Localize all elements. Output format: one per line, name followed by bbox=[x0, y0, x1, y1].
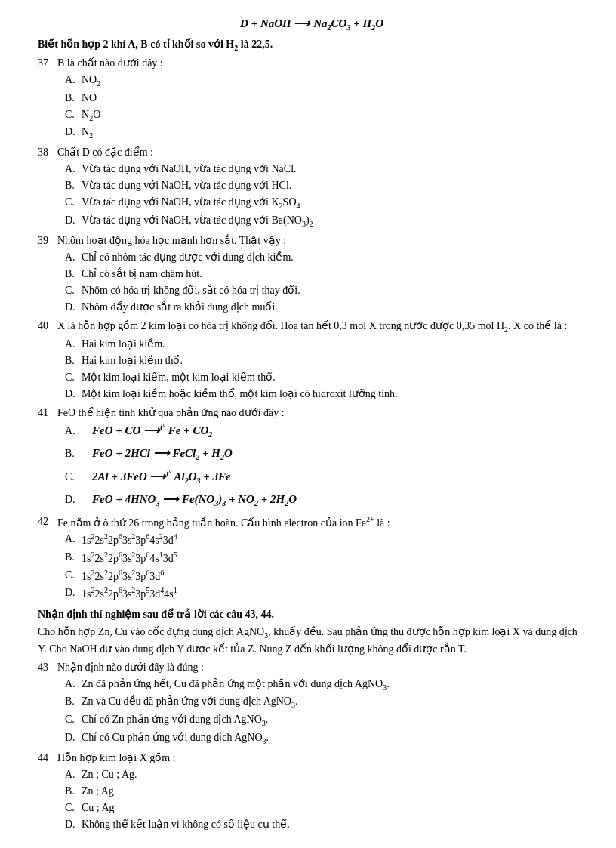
list-item: C. Cu ; Ag bbox=[65, 800, 586, 816]
page-content: D + NaOH ⟶ Na2CO3 + H2O Biết hỗn hợp 2 k… bbox=[38, 15, 586, 832]
q42-text: Fe nằm ở ô thứ 26 trong bảng tuần hoàn. … bbox=[57, 513, 390, 531]
list-item: A. Zn ; Cu ; Ag. bbox=[65, 766, 586, 782]
list-item: B. Hai kim loại kiềm thổ. bbox=[65, 353, 586, 368]
list-item: B. Chỉ có sắt bị nam châm hút. bbox=[65, 266, 586, 282]
list-item: A. Zn đã phản ứng hết, Cu đã phản ứng mộ… bbox=[65, 676, 586, 693]
intro-text: Biết hỗn hợp 2 khí A, B có tỉ khối so vớ… bbox=[38, 36, 586, 54]
list-item: D. N2 bbox=[65, 124, 586, 141]
list-item: A. 1s22s22p63s23p64s23d4 bbox=[65, 531, 586, 548]
q37-text: B là chất nào dưới đây : bbox=[57, 55, 163, 71]
q43-text: Nhận định nào dưới đây là đúng : bbox=[57, 659, 204, 675]
list-item: D. Vừa tác dụng với NaOH, vừa tác dụng v… bbox=[65, 212, 586, 230]
list-item: A. Vừa tác dụng với NaOH, vừa tác dụng v… bbox=[65, 161, 586, 177]
question-43: 43 Nhận định nào dưới đây là đúng : A. Z… bbox=[38, 659, 586, 747]
question-39: 39 Nhôm hoạt động hóa học mạnh hơn sắt. … bbox=[38, 233, 586, 315]
question-41: 41 FeO thể hiện tính khử qua phản ứng nà… bbox=[38, 405, 586, 509]
q37-num: 37 bbox=[38, 55, 54, 71]
list-item: D. Một kim loại kiềm hoặc kiềm thổ, một … bbox=[65, 386, 586, 402]
list-item: B. 1s22s22p63s23p64s13d5 bbox=[65, 549, 586, 566]
list-item: C. Vừa tác dụng với NaOH, vừa tác dụng v… bbox=[65, 194, 586, 211]
header-equation: D + NaOH ⟶ Na2CO3 + H2O bbox=[38, 15, 586, 33]
q40-text: X là hỗn hợp gồm 2 kim loại có hóa trị k… bbox=[57, 318, 567, 335]
list-item: D. Không thể kết luận vì không có số liệ… bbox=[65, 816, 586, 832]
list-item: D. Chỉ có Cu phản ứng với dung dịch AgNO… bbox=[65, 729, 586, 747]
list-item: D. 1s22s22p63s23p53d44s1 bbox=[65, 584, 586, 602]
list-item: B. FeO + 2HCl ⟶ FeCl2 + H2O bbox=[65, 445, 586, 463]
question-38: 38 Chất D có đặc điểm : A. Vừa tác dụng … bbox=[38, 144, 586, 230]
list-item: D. FeO + 4HNO3 ⟶ Fe(NO3)3 + NO2 + 2H2O bbox=[65, 491, 586, 509]
scenario-text: Cho hỗn hợp Zn, Cu vào cốc đựng dung dịc… bbox=[38, 624, 586, 657]
special-note: Nhận định thí nghiệm sau để trả lời các … bbox=[38, 606, 586, 622]
q41-text: FeO thể hiện tính khử qua phản ứng nào d… bbox=[57, 405, 285, 421]
q39-text: Nhôm hoạt động hóa học mạnh hơn sắt. Thậ… bbox=[57, 233, 286, 248]
list-item: B. NO bbox=[65, 90, 586, 106]
list-item: B. Zn và Cu đều đã phản ứng với dung dịc… bbox=[65, 693, 586, 711]
list-item: C. 1s22s22p63s23p63d6 bbox=[65, 567, 586, 584]
question-37: 37 B là chất nào dưới đây : A. NO2 B. NO… bbox=[38, 55, 586, 141]
question-44: 44 Hỗn hợp kim loại X gồm : A. Zn ; Cu ;… bbox=[38, 750, 586, 832]
question-40: 40 X là hỗn hợp gồm 2 kim loại có hóa tr… bbox=[38, 318, 586, 402]
list-item: B. Zn ; Ag bbox=[65, 783, 586, 799]
list-item: A. FeO + CO ⟶t° Fe + CO2 bbox=[65, 421, 586, 440]
list-item: C. N2O bbox=[65, 106, 586, 124]
question-42: 42 Fe nằm ở ô thứ 26 trong bảng tuần hoà… bbox=[38, 513, 586, 602]
list-item: A. Chỉ có nhôm tác dụng được với dung dị… bbox=[65, 249, 586, 265]
list-item: D. Nhôm đẩy được sắt ra khỏi dung dịch m… bbox=[65, 299, 586, 315]
q37-answers: A. NO2 B. NO C. N2O D. N2 bbox=[65, 72, 586, 141]
list-item: B. Vừa tác dụng với NaOH, vừa tác dụng v… bbox=[65, 177, 586, 193]
q44-text: Hỗn hợp kim loại X gồm : bbox=[57, 750, 176, 766]
list-item: A. NO2 bbox=[65, 72, 586, 89]
list-item: A. Hai kim loại kiềm. bbox=[65, 336, 586, 352]
list-item: C. 2Al + 3FeO ⟶t° Al2O3 + 3Fe bbox=[65, 467, 586, 486]
list-item: C. Một kim loại kiềm, một kim loại kiềm … bbox=[65, 369, 586, 385]
list-item: C. Chỉ có Zn phản ứng với dung dịch AgNO… bbox=[65, 711, 586, 729]
q38-text: Chất D có đặc điểm : bbox=[57, 144, 153, 160]
list-item: C. Nhôm có hóa trị không đổi, sắt có hóa… bbox=[65, 282, 586, 298]
